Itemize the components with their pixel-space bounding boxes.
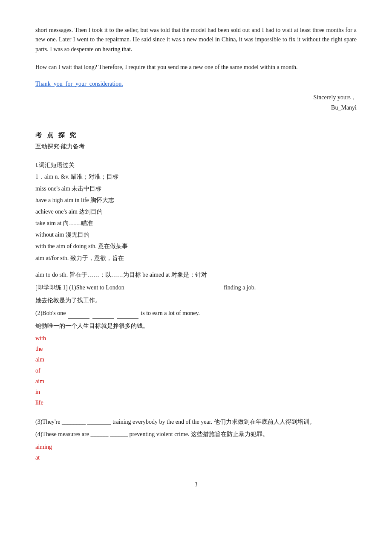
exercise-section: aim to do sth. 旨在于……；以……为目标 be aimed at … [35,270,357,463]
vocab-item-1: 1．aim n. &v. 瞄准；对准；目标 [35,171,357,182]
answer-in: in [35,387,357,397]
q3-item: (3)They're ________ ________ training ev… [35,416,357,439]
vocab-item-3: have a high aim in life 胸怀大志 [35,195,357,205]
vocab-section: Ⅰ.词汇短语过关 1．aim n. &v. 瞄准；对准；目标 miss one'… [35,160,357,263]
vocab-item-4: achieve one's aim 达到目的 [35,206,357,217]
vocab-item-7: with the aim of doing sth. 意在做某事 [35,241,357,251]
vocab-item-6: without aim 漫无目的 [35,229,357,240]
answers-q3-q4: aiming at [35,442,357,463]
section-title: 考 点 探 究 [35,130,357,140]
q1-chinese: 她去伦敦是为了找工作。 [35,295,357,306]
letter-closing: Sincerely yours， Bu_Manyi [35,93,357,113]
vocab-header: Ⅰ.词汇短语过关 [35,160,357,171]
letter-paragraph1: short messages. Then I took it to the se… [35,26,357,54]
section-subtitle: 互动探究·能力备考 [35,142,357,151]
answer-aiming: aiming [35,442,357,452]
vocab-item-5: take aim at 向……瞄准 [35,218,357,228]
page-number: 3 [35,480,357,489]
answers-q1-q2: with the aim of aim in life [35,333,357,408]
answer-the: the [35,344,357,354]
q4-text: (4)These measures are ______ ______ prev… [35,429,357,439]
answer-aim: aim [35,354,357,365]
exercise-header: aim to do sth. 旨在于……；以……为目标 be aimed at … [35,270,357,280]
vocab-item-8: aim at/for sth. 致力于，意欲，旨在 [35,253,357,263]
answer-of: of [35,365,357,376]
answer-aim2: aim [35,376,357,387]
exercise-bracket: [即学即练 1] (1)She went to London finding a… [35,282,357,293]
answer-life: life [35,397,357,408]
letter-paragraph2-block: How can I wait that long? Therefore, I r… [35,63,357,89]
answer-at: at [35,452,357,463]
letter-paragraph2: How can I wait that long? Therefore, I r… [35,63,357,72]
section-header: 考 点 探 究 互动探究·能力备考 [35,130,357,151]
q3-text: (3)They're ________ ________ training ev… [35,416,357,427]
letter-link: Thank_you_for_your_consideration. [35,79,357,89]
q2-chinese: 鲍勃唯一的一个人生目标就是挣很多的钱。 [35,321,357,331]
answer-with: with [35,333,357,344]
vocab-item-2: miss one's aim 未击中目标 [35,183,357,194]
q2-item: (2)Bob's one is to earn a lot of money. [35,308,357,319]
